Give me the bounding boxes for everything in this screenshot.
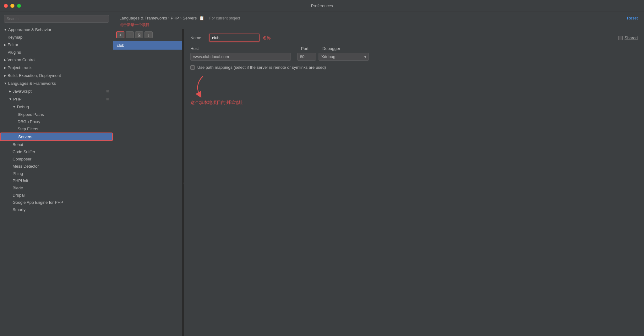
traffic-lights [4, 4, 21, 8]
sidebar-item-build-exec[interactable]: ▶ Build, Execution, Deployment [0, 72, 113, 79]
sidebar-item-javascript[interactable]: ▶ JavaScript ⊞ [0, 87, 113, 95]
maximize-button[interactable] [17, 4, 21, 8]
arrow-icon: ▼ [9, 97, 12, 101]
sidebar-item-languages[interactable]: ▼ Languages & Frameworks [0, 79, 113, 87]
annotation-area: 这个填本地项目的测试地址 [190, 75, 638, 106]
path-mappings-checkbox[interactable] [190, 65, 195, 70]
sidebar-item-debug[interactable]: ▼ Debug [0, 103, 113, 111]
sidebar-item-dbgp-proxy[interactable]: DBGp Proxy [0, 118, 113, 125]
arrow-icon: ▶ [4, 74, 6, 77]
import-server-button[interactable]: ↓ [145, 31, 153, 38]
colon-separator: : [293, 54, 295, 59]
breadcrumb: Languages & Frameworks › PHP › Servers [119, 16, 197, 20]
debugger-select-wrapper: Xdebug Zend Debugger ▼ [319, 53, 369, 61]
arrow-icon: ▶ [4, 43, 6, 46]
window-title: Preferences [311, 3, 333, 8]
sidebar-item-plugins[interactable]: Plugins [0, 49, 113, 56]
arrow-icon: ▶ [4, 58, 6, 62]
sidebar-item-php[interactable]: ▼ PHP ⊞ [0, 95, 113, 103]
sidebar-item-project-trunk[interactable]: ▶ Project: trunk [0, 64, 113, 72]
port-input[interactable] [297, 53, 316, 61]
sidebar-item-drupal[interactable]: Drupal [0, 192, 113, 199]
content-body: + − ⎘ ↓ club [113, 29, 644, 336]
sidebar-item-appearance[interactable]: ▼ Appearance & Behavior [0, 26, 113, 34]
column-labels: Host Port Debugger [190, 46, 638, 51]
add-server-button[interactable]: + [116, 31, 124, 38]
arrow-icon: ▶ [9, 89, 11, 93]
annotation-text: 这个填本地项目的测试地址 [190, 100, 243, 105]
copy-server-button[interactable]: ⎘ [135, 31, 143, 38]
for-project-label: For current project [209, 16, 240, 20]
sidebar: ▼ Appearance & Behavior Keymap ▶ Editor … [0, 12, 113, 336]
arrow-icon: ▶ [4, 66, 6, 69]
arrow-icon: ▼ [4, 82, 7, 85]
sidebar-item-smarty[interactable]: Smarty [0, 206, 113, 213]
server-list-panel: + − ⎘ ↓ club [113, 29, 182, 336]
name-hint: 名称 [263, 35, 271, 41]
reset-button[interactable]: Reset [627, 16, 638, 20]
sidebar-item-editor[interactable]: ▶ Editor [0, 41, 113, 49]
minimize-button[interactable] [10, 4, 14, 8]
host-input[interactable] [190, 53, 291, 61]
sidebar-item-keymap[interactable]: Keymap [0, 34, 113, 41]
sidebar-item-mess-detector[interactable]: Mess Detector [0, 163, 113, 170]
server-entries: club [113, 41, 182, 336]
arrow-icon: ▼ [13, 105, 16, 109]
breadcrumb-area: Languages & Frameworks › PHP › Servers 📋… [119, 16, 240, 20]
sidebar-item-code-sniffer[interactable]: Code Sniffer [0, 148, 113, 155]
host-column-label: Host [190, 46, 291, 51]
hint-text: 点击新增一个项目 [113, 21, 644, 29]
sidebar-item-servers[interactable]: Servers [0, 133, 113, 141]
search-input[interactable] [4, 15, 109, 23]
content-header-row: Languages & Frameworks › PHP › Servers 📋… [113, 12, 644, 21]
path-mappings-label: Use path mappings (select if the server … [197, 65, 326, 70]
sidebar-item-phing[interactable]: Phing [0, 170, 113, 177]
sidebar-item-behat[interactable]: Behat [0, 141, 113, 148]
sidebar-item-skipped-paths[interactable]: Skipped Paths [0, 111, 113, 118]
sidebar-item-step-filters[interactable]: Step Filters [0, 125, 113, 133]
titlebar: Preferences [0, 0, 644, 12]
remove-server-button[interactable]: − [126, 31, 134, 38]
sidebar-item-version-control[interactable]: ▶ Version Control [0, 56, 113, 64]
main-layout: ▼ Appearance & Behavior Keymap ▶ Editor … [0, 12, 644, 336]
host-port-debugger-row: : Xdebug Zend Debugger ▼ [190, 53, 638, 61]
path-mappings-row: Use path mappings (select if the server … [190, 65, 638, 70]
close-button[interactable] [4, 4, 8, 8]
shared-label: Shared [625, 35, 638, 40]
debugger-column-label: Debugger [322, 46, 340, 51]
name-input[interactable] [209, 34, 259, 42]
content-area: Languages & Frameworks › PHP › Servers 📋… [113, 12, 644, 336]
sidebar-item-phpunit[interactable]: PHPUnit [0, 177, 113, 184]
debugger-select[interactable]: Xdebug Zend Debugger [319, 53, 369, 61]
port-column-label: Port [301, 46, 320, 51]
name-label: Name: [190, 35, 206, 40]
sidebar-item-blade[interactable]: Blade [0, 184, 113, 192]
shared-checkbox[interactable] [618, 36, 623, 40]
server-entry-club[interactable]: club [113, 41, 182, 50]
annotation-arrow-svg [190, 75, 216, 100]
name-field-area: Name: 名称 [190, 34, 271, 42]
name-and-shared-row: Name: 名称 Shared [190, 34, 638, 42]
shared-checkbox-area: Shared [618, 35, 638, 40]
project-icon: 📋 [199, 16, 204, 20]
arrow-icon: ▼ [4, 28, 7, 31]
sidebar-item-composer[interactable]: Composer [0, 155, 113, 163]
sidebar-nav: ▼ Appearance & Behavior Keymap ▶ Editor … [0, 26, 113, 336]
server-detail-panel: Name: 名称 Shared Host Port Debugger [184, 29, 644, 336]
sidebar-item-google-app-engine[interactable]: Google App Engine for PHP [0, 199, 113, 206]
toolbar-row: + − ⎘ ↓ [113, 29, 182, 41]
